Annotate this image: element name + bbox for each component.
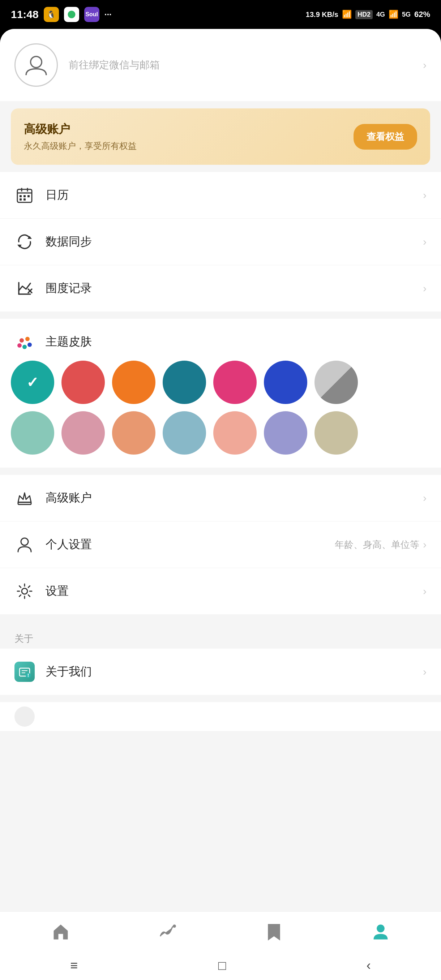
bottom-nav xyxy=(0,912,441,951)
color-mint[interactable] xyxy=(11,411,54,455)
svg-point-21 xyxy=(18,343,22,348)
calendar-icon xyxy=(14,185,35,205)
svg-point-23 xyxy=(21,538,28,545)
browser-icon xyxy=(64,7,79,22)
hd2-badge: HD2 xyxy=(355,10,373,19)
svg-point-31 xyxy=(28,676,29,677)
color-dark-teal[interactable] xyxy=(163,361,206,404)
color-pink[interactable] xyxy=(213,361,256,404)
profile-section[interactable]: 前往绑定微信与邮箱 › xyxy=(0,29,441,101)
svg-point-19 xyxy=(27,342,32,347)
gear-icon xyxy=(14,581,35,601)
sys-home-button[interactable]: □ xyxy=(218,958,226,973)
sys-back-button[interactable]: ‹ xyxy=(366,958,371,973)
status-left: 11:48 🐧 Soul ··· xyxy=(11,7,112,22)
profile-left: 前往绑定微信与邮箱 xyxy=(14,43,160,87)
svg-rect-6 xyxy=(19,195,22,197)
nav-profile[interactable] xyxy=(327,912,434,951)
color-grid xyxy=(0,361,441,455)
more-dots: ··· xyxy=(105,10,112,19)
profile-chevron: › xyxy=(423,59,427,71)
color-salmon[interactable] xyxy=(213,411,256,455)
premium-text: 高级账户 永久高级账户，享受所有权益 xyxy=(24,121,137,152)
partial-section xyxy=(0,702,441,731)
crown-icon xyxy=(14,488,35,508)
partial-item xyxy=(0,702,441,731)
sync-icon xyxy=(14,232,35,252)
nav-home[interactable] xyxy=(7,912,114,951)
color-blue[interactable] xyxy=(264,361,307,404)
person-icon xyxy=(14,535,35,555)
network-speed: 13.9 KB/s xyxy=(306,11,338,19)
status-right: 13.9 KB/s 📶 HD2 4G 📶 5G 62% xyxy=(306,10,430,19)
color-lavender[interactable] xyxy=(264,411,307,455)
color-gray[interactable] xyxy=(314,361,358,404)
svg-point-17 xyxy=(19,338,24,342)
color-mauve[interactable] xyxy=(62,411,105,455)
records-icon xyxy=(14,278,35,299)
main-content: 前往绑定微信与邮箱 › 高级账户 永久高级账户，享受所有权益 查看权益 xyxy=(0,29,441,980)
sys-menu-button[interactable]: ≡ xyxy=(70,958,78,973)
svg-rect-9 xyxy=(19,198,22,200)
premium-subtitle: 永久高级账户，享受所有权益 xyxy=(24,140,137,152)
color-row-2 xyxy=(11,411,430,455)
svg-rect-10 xyxy=(24,198,25,200)
network-5g: 5G xyxy=(402,11,411,18)
calendar-item[interactable]: 日历 › xyxy=(0,172,441,219)
premium-button[interactable]: 查看权益 xyxy=(353,124,417,150)
sync-left: 数据同步 xyxy=(14,232,92,252)
theme-label: 主题皮肤 xyxy=(46,334,92,350)
settings-label: 设置 xyxy=(46,583,68,599)
about-us-left: 关于我们 xyxy=(14,662,92,682)
settings-item[interactable]: 设置 › xyxy=(0,568,441,614)
menu-section-settings: 高级账户 › 个人设置 年龄、身高、单位等 › xyxy=(0,475,441,614)
color-teal[interactable] xyxy=(11,361,54,404)
soul-icon: Soul xyxy=(84,7,99,22)
personal-settings-right: 年龄、身高、单位等 › xyxy=(335,538,427,551)
settings-chevron: › xyxy=(423,585,427,597)
records-label: 围度记录 xyxy=(46,280,92,296)
svg-rect-7 xyxy=(24,195,25,197)
records-chevron: › xyxy=(423,282,427,294)
color-orange[interactable] xyxy=(112,361,155,404)
svg-point-18 xyxy=(25,337,30,341)
menu-section-main: 日历 › 数据同步 › xyxy=(0,172,441,312)
about-us-label: 关于我们 xyxy=(46,664,92,680)
personal-settings-item[interactable]: 个人设置 年龄、身高、单位等 › xyxy=(0,522,441,568)
battery-icon: 62% xyxy=(414,10,430,19)
records-item[interactable]: 围度记录 › xyxy=(0,265,441,312)
calendar-chevron: › xyxy=(423,189,427,201)
theme-section: 主题皮肤 xyxy=(0,319,441,468)
svg-point-20 xyxy=(22,345,27,349)
settings-left: 设置 xyxy=(14,581,68,601)
personal-settings-chevron: › xyxy=(423,538,427,551)
color-row-1 xyxy=(11,361,430,404)
personal-settings-left: 个人设置 xyxy=(14,535,92,555)
sync-item[interactable]: 数据同步 › xyxy=(0,219,441,265)
status-bar: 11:48 🐧 Soul ··· 13.9 KB/s 📶 HD2 4G 📶 5G… xyxy=(0,0,441,29)
about-us-item[interactable]: 关于我们 › xyxy=(0,649,441,695)
profile-bind-hint: 前往绑定微信与邮箱 xyxy=(68,58,160,72)
color-red[interactable] xyxy=(62,361,105,404)
color-peach-orange[interactable] xyxy=(112,411,155,455)
svg-point-32 xyxy=(173,924,176,928)
signal-icon: 📶 xyxy=(342,10,352,19)
personal-settings-hint: 年龄、身高、单位等 xyxy=(335,538,419,551)
theme-header: 主题皮肤 xyxy=(0,319,441,361)
calendar-left: 日历 xyxy=(14,185,68,205)
records-left: 围度记录 xyxy=(14,278,92,299)
svg-point-33 xyxy=(377,924,385,932)
about-us-chevron: › xyxy=(423,666,427,678)
premium-account-item[interactable]: 高级账户 › xyxy=(0,475,441,522)
color-beige[interactable] xyxy=(314,411,358,455)
about-us-icon xyxy=(14,662,35,682)
nav-stats[interactable] xyxy=(114,912,221,951)
avatar[interactable] xyxy=(14,43,58,87)
premium-banner: 高级账户 永久高级账户，享受所有权益 查看权益 xyxy=(11,108,430,165)
svg-rect-8 xyxy=(27,195,30,197)
color-sky-blue[interactable] xyxy=(163,411,206,455)
nav-bookmark[interactable] xyxy=(221,912,327,951)
signal-5g: 📶 xyxy=(388,10,398,19)
about-section: 关于我们 › xyxy=(0,649,441,695)
partial-icon xyxy=(14,706,35,727)
